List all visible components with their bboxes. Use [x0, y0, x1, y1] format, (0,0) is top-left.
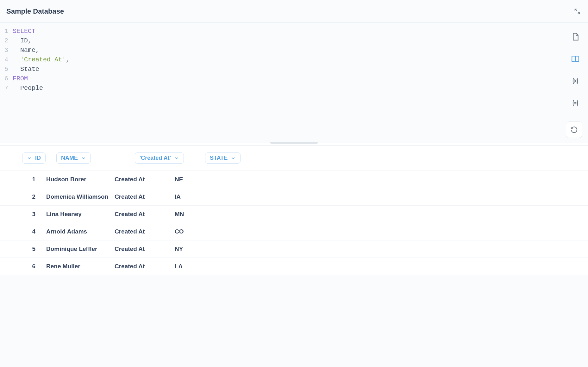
- table-row[interactable]: 6Rene MullerCreated AtLA: [0, 258, 588, 275]
- table-row[interactable]: 1Hudson BorerCreated AtNE: [0, 171, 588, 188]
- cell-created: Created At: [115, 228, 175, 235]
- table-row[interactable]: 5Dominique LefflerCreated AtNY: [0, 240, 588, 258]
- cell-created: Created At: [115, 176, 175, 183]
- sql-editor-panel: 1234567 SELECT ID, Name, 'Created At', S…: [0, 23, 588, 143]
- line-number: 4: [0, 55, 8, 65]
- code-area[interactable]: SELECT ID, Name, 'Created At', StateFROM…: [13, 27, 588, 143]
- cell-state: MN: [175, 211, 213, 218]
- rows: 1Hudson BorerCreated AtNE2Domenica Willi…: [0, 171, 588, 275]
- column-header-created[interactable]: 'Created At': [135, 152, 184, 164]
- refresh-button[interactable]: [566, 121, 582, 138]
- column-header-name[interactable]: NAME: [56, 152, 91, 164]
- cell-created: Created At: [115, 263, 175, 270]
- cell-name: Lina Heaney: [46, 211, 115, 218]
- line-number: 7: [0, 84, 8, 93]
- column-headers: IDNAME'Created At'STATE: [0, 146, 588, 171]
- chevron-down-icon: [174, 156, 179, 161]
- cell-state: CO: [175, 228, 213, 235]
- column-header-label: STATE: [210, 155, 228, 161]
- column-header-label: ID: [35, 155, 41, 161]
- cell-id: 1: [18, 176, 46, 183]
- cell-state: NY: [175, 246, 213, 252]
- column-header-label: 'Created At': [140, 155, 171, 161]
- code-line: FROM: [13, 74, 588, 84]
- cell-id: 6: [18, 263, 46, 270]
- line-number-gutter: 1234567: [0, 27, 13, 143]
- line-number: 6: [0, 74, 8, 84]
- table-row[interactable]: 2Domenica WilliamsonCreated AtIA: [0, 188, 588, 206]
- cell-created: Created At: [115, 211, 175, 218]
- line-number: 2: [0, 36, 8, 46]
- line-number: 1: [0, 27, 8, 36]
- database-title: Sample Database: [6, 7, 64, 16]
- document-icon[interactable]: [570, 32, 580, 42]
- app-root: Sample Database 1234567 SELECT ID, Name,…: [0, 0, 588, 367]
- code-line: 'Created At',: [13, 55, 588, 65]
- cell-created: Created At: [115, 193, 175, 200]
- cell-id: 3: [18, 211, 46, 218]
- cell-state: LA: [175, 263, 213, 270]
- table-row[interactable]: 3Lina HeaneyCreated AtMN: [0, 206, 588, 223]
- code-line: ID,: [13, 36, 588, 46]
- cell-name: Dominique Leffler: [46, 246, 115, 252]
- line-number: 5: [0, 65, 8, 74]
- cell-id: 5: [18, 246, 46, 252]
- results-panel: IDNAME'Created At'STATE 1Hudson BorerCre…: [0, 146, 588, 275]
- resize-handle[interactable]: [0, 143, 588, 146]
- cell-state: IA: [175, 193, 213, 200]
- chevron-down-icon: [231, 156, 236, 161]
- table-row[interactable]: 4Arnold AdamsCreated AtCO: [0, 223, 588, 240]
- column-header-id[interactable]: ID: [22, 152, 46, 164]
- cell-name: Hudson Borer: [46, 176, 115, 183]
- sql-editor[interactable]: 1234567 SELECT ID, Name, 'Created At', S…: [0, 23, 588, 143]
- variables-icon[interactable]: [570, 76, 580, 86]
- cell-name: Domenica Williamson: [46, 193, 115, 200]
- cell-state: NE: [175, 176, 213, 183]
- column-header-state[interactable]: STATE: [205, 152, 241, 164]
- cell-name: Rene Muller: [46, 263, 115, 270]
- cell-name: Arnold Adams: [46, 228, 115, 235]
- cell-created: Created At: [115, 246, 175, 252]
- chevron-down-icon: [27, 156, 32, 161]
- line-number: 3: [0, 46, 8, 55]
- code-line: State: [13, 65, 588, 74]
- cell-id: 2: [18, 193, 46, 200]
- code-line: People: [13, 84, 588, 93]
- header: Sample Database: [0, 0, 588, 23]
- cell-id: 4: [18, 228, 46, 235]
- snippets-icon[interactable]: [570, 98, 580, 108]
- column-header-label: NAME: [61, 155, 78, 161]
- book-open-icon[interactable]: [570, 54, 580, 64]
- collapse-icon[interactable]: [573, 7, 582, 16]
- code-line: Name,: [13, 46, 588, 55]
- code-line: SELECT: [13, 27, 588, 36]
- chevron-down-icon: [81, 156, 86, 161]
